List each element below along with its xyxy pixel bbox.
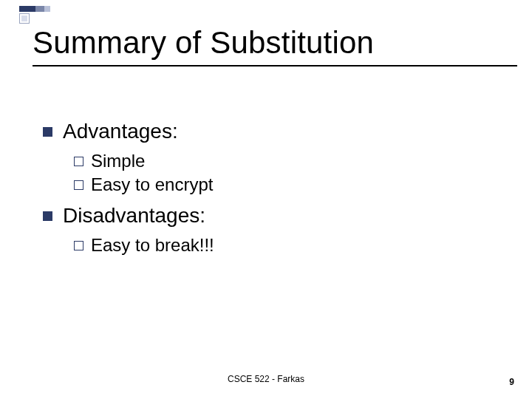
square-bullet-icon (43, 127, 52, 137)
slide-number: 9 (509, 377, 514, 387)
list-subitem-label: Easy to encrypt (91, 174, 213, 195)
hollow-square-bullet-icon (74, 157, 83, 166)
decoration-square (19, 13, 30, 24)
footer-text: CSCE 522 - Farkas (0, 374, 532, 384)
hollow-square-bullet-icon (74, 180, 83, 190)
list-subitem-label: Easy to break!!! (91, 235, 214, 256)
hollow-square-bullet-icon (74, 241, 83, 250)
list-subitem: Easy to break!!! (74, 235, 214, 256)
list-item-label: Disadvantages: (63, 204, 205, 228)
list-item: Disadvantages: (43, 204, 214, 228)
slide-body: Advantages: Simple Easy to encrypt Disad… (43, 111, 214, 259)
list-subitem: Simple (74, 151, 214, 171)
title-underline (33, 65, 517, 66)
list-subitem-label: Simple (91, 151, 145, 171)
list-subitem: Easy to encrypt (74, 174, 214, 195)
slide-title: Summary of Substitution (33, 25, 374, 61)
list-item: Advantages: (43, 120, 214, 143)
decoration-bar (19, 6, 50, 12)
square-bullet-icon (43, 211, 52, 221)
list-item-label: Advantages: (63, 120, 178, 143)
